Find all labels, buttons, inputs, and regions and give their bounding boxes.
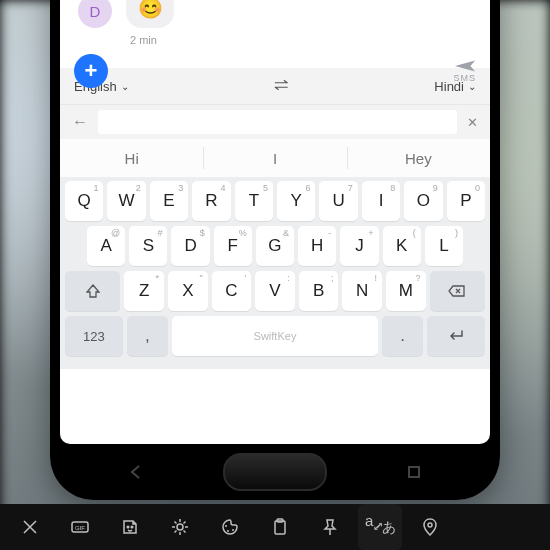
svg-point-6 (225, 525, 227, 527)
svg-point-7 (227, 530, 229, 532)
numbers-key[interactable]: 123 (65, 316, 123, 356)
shift-icon (86, 284, 100, 298)
pin-button[interactable] (308, 504, 352, 550)
key-o[interactable]: O9 (404, 181, 442, 221)
key-alt: $ (200, 228, 205, 238)
message-timestamp: 2 min (130, 34, 157, 46)
key-alt: * (156, 273, 160, 283)
key-alt: % (239, 228, 247, 238)
key-a[interactable]: A@ (87, 226, 125, 266)
palette-icon (220, 517, 240, 537)
keyboard-toolbar: GIF a あ ↙ ↗ (0, 504, 550, 550)
sticker-icon (120, 517, 140, 537)
attach-button[interactable]: + (74, 54, 108, 88)
key-c[interactable]: C' (212, 271, 252, 311)
key-alt: : (287, 273, 290, 283)
key-b[interactable]: B; (299, 271, 339, 311)
contact-avatar[interactable]: D (78, 0, 112, 28)
key-t[interactable]: T5 (235, 181, 273, 221)
translator-input[interactable] (98, 110, 457, 134)
backspace-key[interactable] (430, 271, 485, 311)
key-alt: + (368, 228, 373, 238)
themes-button[interactable] (208, 504, 252, 550)
recents-nav-button[interactable] (407, 465, 421, 479)
home-button[interactable] (223, 453, 327, 491)
spacebar[interactable]: SwiftKey (172, 316, 378, 356)
key-g[interactable]: G& (256, 226, 294, 266)
key-alt: 2 (136, 183, 141, 193)
key-alt: ( (413, 228, 416, 238)
svg-point-11 (428, 523, 432, 527)
close-toolbar-button[interactable] (8, 504, 52, 550)
key-n[interactable]: N! (342, 271, 382, 311)
svg-point-4 (131, 526, 133, 528)
gif-button[interactable]: GIF (58, 504, 102, 550)
key-alt: 3 (178, 183, 183, 193)
key-q[interactable]: Q1 (65, 181, 103, 221)
received-message-emoji[interactable]: 😊 (126, 0, 174, 28)
shift-key[interactable] (65, 271, 120, 311)
key-k[interactable]: K( (383, 226, 421, 266)
key-f[interactable]: F% (214, 226, 252, 266)
enter-key[interactable] (427, 316, 485, 356)
gif-icon: GIF (70, 517, 90, 537)
message-input[interactable] (118, 54, 443, 88)
key-r[interactable]: R4 (192, 181, 230, 221)
key-alt: @ (111, 228, 120, 238)
keyboard: Q1W2E3R4T5Y6U7I8O9P0 A@S#D$F%G&H-J+K(L) … (60, 177, 490, 369)
settings-button[interactable] (158, 504, 202, 550)
key-l[interactable]: L) (425, 226, 463, 266)
key-alt: # (157, 228, 162, 238)
sticker-button[interactable] (108, 504, 152, 550)
key-alt: " (199, 273, 202, 283)
key-alt: ? (416, 273, 421, 283)
pin-icon (320, 517, 340, 537)
suggestion-2[interactable]: I (203, 139, 346, 177)
key-u[interactable]: U7 (319, 181, 357, 221)
gear-icon (170, 517, 190, 537)
back-nav-button[interactable] (129, 465, 143, 479)
key-w[interactable]: W2 (107, 181, 145, 221)
send-sms-button[interactable]: SMS (453, 59, 476, 83)
key-alt: ) (455, 228, 458, 238)
backspace-icon (448, 285, 466, 297)
key-alt: 9 (433, 183, 438, 193)
key-alt: 5 (263, 183, 268, 193)
send-label: SMS (453, 73, 476, 83)
key-p[interactable]: P0 (447, 181, 485, 221)
comma-key[interactable]: , (127, 316, 168, 356)
key-alt: ; (331, 273, 334, 283)
key-x[interactable]: X" (168, 271, 208, 311)
suggestion-3[interactable]: Hey (347, 139, 490, 177)
clipboard-icon (270, 517, 290, 537)
phone-frame: D 😊 2 min + SMS English ⌄ Hindi (50, 0, 500, 500)
suggestion-1[interactable]: Hi (60, 139, 203, 177)
clear-icon[interactable]: ✕ (467, 115, 478, 130)
key-y[interactable]: Y6 (277, 181, 315, 221)
svg-point-5 (177, 524, 183, 530)
translate-button[interactable]: a あ ↙ ↗ (358, 504, 402, 550)
key-alt: ' (244, 273, 246, 283)
phone-screen: D 😊 2 min + SMS English ⌄ Hindi (60, 0, 490, 444)
period-key[interactable]: . (382, 316, 423, 356)
svg-text:GIF: GIF (75, 525, 85, 531)
key-s[interactable]: S# (129, 226, 167, 266)
translator-input-row: ← ✕ (60, 105, 490, 139)
close-icon (20, 517, 40, 537)
key-i[interactable]: I8 (362, 181, 400, 221)
key-j[interactable]: J+ (340, 226, 378, 266)
key-d[interactable]: D$ (171, 226, 209, 266)
key-z[interactable]: Z* (124, 271, 164, 311)
key-m[interactable]: M? (386, 271, 426, 311)
key-alt: - (328, 228, 331, 238)
send-icon (454, 59, 476, 73)
key-alt: 0 (475, 183, 480, 193)
svg-point-3 (127, 526, 129, 528)
clipboard-button[interactable] (258, 504, 302, 550)
key-alt: ! (374, 273, 377, 283)
key-v[interactable]: V: (255, 271, 295, 311)
location-button[interactable] (408, 504, 452, 550)
key-h[interactable]: H- (298, 226, 336, 266)
back-arrow-icon[interactable]: ← (72, 113, 88, 131)
key-e[interactable]: E3 (150, 181, 188, 221)
